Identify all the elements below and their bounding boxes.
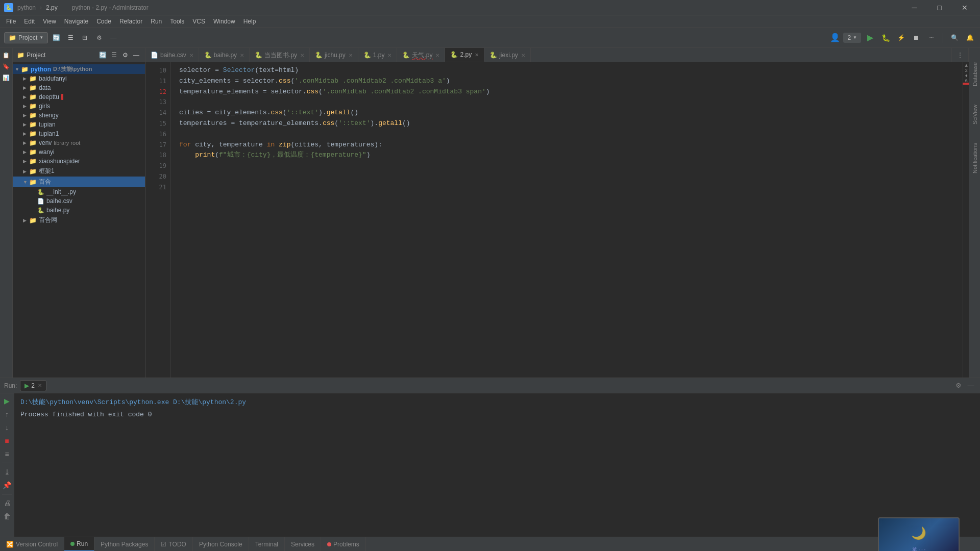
close-button[interactable]: ✕	[953, 0, 976, 15]
sidebar-bookmark-icon[interactable]: 🔖	[1, 61, 11, 71]
tree-item-shengy[interactable]: ▶ 📁 shengy	[13, 111, 145, 120]
tab-run[interactable]: Run	[64, 537, 94, 552]
code-content[interactable]: selector = Selector(text=html) city_elem…	[171, 62, 963, 378]
tree-item-girls[interactable]: ▶ 📁 girls	[13, 102, 145, 111]
run-button[interactable]: ▶	[864, 32, 876, 44]
panel-collapse-btn[interactable]: ☰	[109, 51, 118, 60]
tab-close-btn[interactable]: ✕	[387, 53, 391, 58]
menu-code[interactable]: Code	[92, 16, 115, 27]
sidebar-project-icon[interactable]: 📋	[1, 50, 11, 60]
user-icon[interactable]: 👤	[830, 33, 840, 42]
menu-tools[interactable]: Tools	[166, 16, 188, 27]
tree-item-init-py[interactable]: 🐍 __init__.py	[13, 187, 145, 196]
sidebar-sciview-label[interactable]: SciView	[970, 101, 979, 129]
tab-more[interactable]: ⋮	[951, 48, 969, 62]
panel-close-btn[interactable]: —	[132, 51, 141, 60]
menu-navigate[interactable]: Navigate	[60, 16, 92, 27]
tab-jichu[interactable]: 🐍 jichu.py ✕	[310, 48, 358, 62]
tree-item-baihewang[interactable]: ▶ 📁 百合网	[13, 215, 145, 226]
line-num: 19	[145, 161, 166, 171]
run-tab-close[interactable]: ✕	[38, 383, 42, 388]
sidebar-database-label[interactable]: Database	[970, 58, 979, 90]
menu-refactor[interactable]: Refactor	[115, 16, 146, 27]
tree-item-tupian1[interactable]: ▶ 📁 tupian1	[13, 129, 145, 138]
menu-edit[interactable]: Edit	[20, 16, 39, 27]
run-clear-btn[interactable]: 🗑	[2, 511, 13, 522]
tab-baihe-csv[interactable]: 📄 baihe.csv ✕	[145, 48, 199, 62]
layout-button[interactable]: ☰	[64, 32, 77, 44]
menu-window[interactable]: Window	[209, 16, 239, 27]
maximize-button[interactable]: □	[928, 0, 951, 15]
panel-sync-btn[interactable]: 🔄	[98, 51, 107, 60]
minimize-button[interactable]: ─	[903, 0, 926, 15]
tree-item-kuangjia1[interactable]: ▶ 📁 框架1	[13, 166, 145, 177]
tab-close-btn[interactable]: ✕	[300, 53, 304, 58]
run-rerun-down-btn[interactable]: ↓	[2, 422, 13, 433]
tab-close-btn[interactable]: ✕	[475, 52, 479, 58]
menu-run[interactable]: Run	[146, 16, 166, 27]
tab-jiexi[interactable]: 🐍 jiexi.py ✕	[484, 48, 531, 62]
sidebar-structure-icon[interactable]: 📊	[1, 72, 11, 83]
tab-python-console[interactable]: Python Console	[193, 537, 249, 552]
tab-dangdang[interactable]: 🐍 当当图书.py ✕	[250, 48, 310, 62]
debug-button[interactable]: 🐛	[879, 32, 892, 44]
tree-root-python[interactable]: ▼ 📁 python D:\技能\python	[13, 64, 145, 74]
run-rerun-up-btn[interactable]: ↑	[2, 409, 13, 420]
tab-terminal[interactable]: Terminal	[249, 537, 285, 552]
tree-item-baidufanyi[interactable]: ▶ 📁 baidufanyi	[13, 74, 145, 83]
tab-1py[interactable]: 🐍 1.py ✕	[358, 48, 398, 62]
tree-item-data[interactable]: ▶ 📁 data	[13, 83, 145, 92]
tree-item-tupian[interactable]: ▶ 📁 tupian	[13, 120, 145, 129]
menu-view[interactable]: View	[39, 16, 60, 27]
tree-item-baihe[interactable]: ▼ 📁 百合	[13, 177, 145, 187]
tab-close-btn[interactable]: ✕	[349, 53, 353, 58]
tab-close-btn[interactable]: ✕	[521, 53, 525, 58]
run-tab-active[interactable]: ▶ 2 ✕	[20, 380, 46, 391]
menu-file[interactable]: File	[2, 16, 20, 27]
project-panel: 📁 Project 🔄 ☰ ⚙ — ▼ 📁 python D:\技能\pytho…	[13, 48, 145, 378]
run-settings-btn[interactable]: ⚙	[953, 381, 964, 391]
tree-item-deepttu[interactable]: ▶ 📁 deepttu	[13, 92, 145, 102]
tab-tianqi[interactable]: 🐍 天气.py ✕	[397, 48, 445, 62]
panel-settings-btn[interactable]: ⚙	[120, 51, 130, 60]
tab-python-packages[interactable]: Python Packages	[94, 537, 155, 552]
collapse-button[interactable]: ⊟	[79, 32, 91, 44]
tab-problems[interactable]: Problems	[321, 537, 366, 552]
tree-item-baihe-csv[interactable]: 📄 baihe.csv	[13, 196, 145, 206]
tab-todo[interactable]: ☑ TODO	[155, 537, 192, 552]
settings-button[interactable]: ⚙	[93, 32, 105, 44]
run-minimize-btn[interactable]: —	[966, 381, 976, 391]
tab-close-btn[interactable]: ✕	[435, 53, 439, 58]
project-dropdown[interactable]: 📁 Project ▼	[4, 32, 48, 43]
run-print-btn[interactable]: 🖨	[2, 497, 13, 509]
tab-services[interactable]: Services	[285, 537, 321, 552]
stop-button[interactable]: ⏹	[910, 32, 922, 44]
tab-close-btn[interactable]: ✕	[240, 53, 244, 58]
run-layout-btn[interactable]: ≡	[2, 448, 13, 460]
menu-vcs[interactable]: VCS	[188, 16, 209, 27]
run-play-btn[interactable]: ▶	[2, 395, 13, 407]
tab-close-btn[interactable]: ✕	[189, 53, 193, 58]
more-run-options[interactable]: ···	[925, 32, 938, 44]
tree-label: 百合网	[39, 216, 57, 224]
menu-help[interactable]: Help	[239, 16, 260, 27]
sync-button[interactable]: 🔄	[50, 32, 62, 44]
search-everywhere-button[interactable]: 🔍	[948, 32, 961, 44]
run-pin-btn[interactable]: 📌	[2, 480, 13, 491]
tree-item-xiaoshuospider[interactable]: ▶ 📁 xiaoshuospider	[13, 157, 145, 166]
minimize-panel-button[interactable]: —	[107, 32, 119, 44]
tree-item-baihe-py[interactable]: 🐍 baihe.py	[13, 206, 145, 215]
tab-baihe-py[interactable]: 🐍 baihe.py ✕	[199, 48, 250, 62]
tree-item-wanyi[interactable]: ▶ 📁 wanyi	[13, 147, 145, 157]
tree-item-venv[interactable]: ▶ 📁 venv library root	[13, 138, 145, 147]
code-editor[interactable]: 10 11 12 13 14 15 16 17 18 19 20 21 sel	[145, 62, 969, 378]
run-output[interactable]: D:\技能\python\venv\Scripts\python.exe D:\…	[14, 393, 980, 537]
notifications-button[interactable]: 🔔	[964, 32, 976, 44]
run-scroll-btn[interactable]: ⤓	[2, 466, 13, 478]
tab-version-control[interactable]: 🔀 Version Control	[0, 537, 64, 552]
run-stop-btn[interactable]: ■	[2, 435, 13, 446]
run-with-coverage-button[interactable]: ⚡	[895, 32, 907, 44]
run-config-dropdown[interactable]: 2 ▼	[843, 33, 861, 43]
sidebar-notifications-label[interactable]: Notifications	[970, 139, 979, 178]
tab-2py[interactable]: 🐍 2.py ✕	[445, 48, 484, 62]
